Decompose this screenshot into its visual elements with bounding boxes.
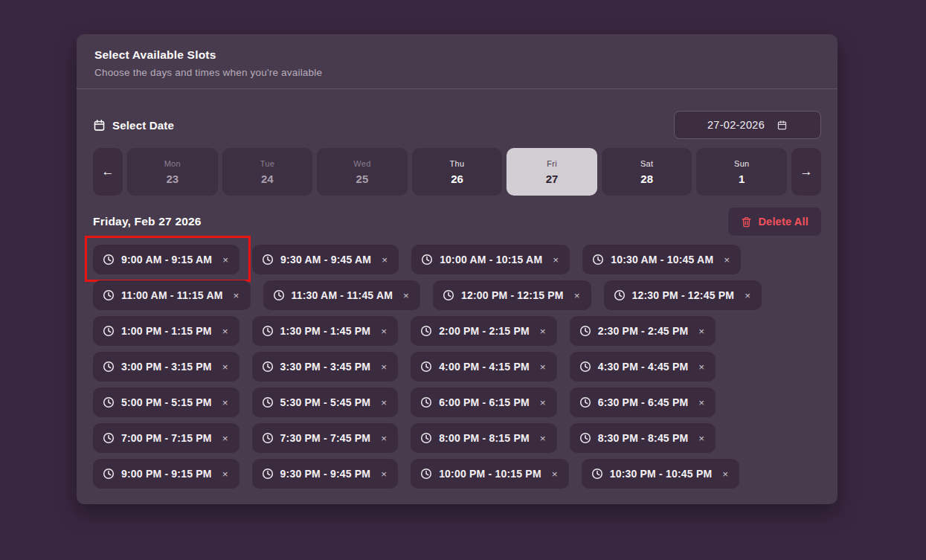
slot-remove-button[interactable]: × xyxy=(221,433,230,444)
panel-header: Select Available Slots Choose the days a… xyxy=(77,34,837,89)
time-slot-chip: 5:00 PM - 5:15 PM × xyxy=(93,387,239,417)
date-input-value: 27-02-2026 xyxy=(707,119,765,131)
delete-all-label: Delete All xyxy=(758,216,808,228)
day-name: Sat xyxy=(640,159,653,168)
day-card-fri[interactable]: Fri 27 xyxy=(507,148,597,196)
day-card-sat[interactable]: Sat 28 xyxy=(602,148,692,196)
slot-remove-button[interactable]: × xyxy=(379,397,388,408)
day-carousel: ← Mon 23 Tue 24 Wed 25 Thu 26 Fri 27 Sat… xyxy=(93,148,821,196)
selected-day-heading: Friday, Feb 27 2026 xyxy=(93,215,202,228)
clock-icon xyxy=(579,432,591,444)
slot-time-label: 10:00 PM - 10:15 PM xyxy=(439,468,541,480)
slot-remove-button[interactable]: × xyxy=(573,290,582,301)
slot-time-label: 6:00 PM - 6:15 PM xyxy=(439,396,530,408)
date-input[interactable]: 27-02-2026 xyxy=(674,111,821,139)
slot-time-label: 1:00 PM - 1:15 PM xyxy=(121,325,212,337)
slot-remove-button[interactable]: × xyxy=(221,326,230,337)
day-number: 25 xyxy=(356,173,369,185)
slot-remove-button[interactable]: × xyxy=(402,290,411,301)
day-number: 1 xyxy=(739,173,745,185)
day-card-mon: Mon 23 xyxy=(127,148,218,196)
slot-time-label: 10:30 PM - 10:45 PM xyxy=(610,468,713,480)
day-card-thu[interactable]: Thu 26 xyxy=(412,148,503,196)
time-slot-chip: 10:30 PM - 10:45 PM × xyxy=(582,459,740,489)
calendar-icon xyxy=(93,119,106,132)
time-slot-chip: 1:00 PM - 1:15 PM × xyxy=(93,316,239,346)
slot-remove-button[interactable]: × xyxy=(538,361,547,373)
clock-icon xyxy=(420,361,432,373)
slot-remove-button[interactable]: × xyxy=(697,433,706,444)
day-number: 27 xyxy=(546,173,559,185)
slot-time-label: 4:00 PM - 4:15 PM xyxy=(439,361,530,373)
time-slot-chip: 12:00 PM - 12:15 PM × xyxy=(433,280,591,310)
time-slot-chip: 4:00 PM - 4:15 PM × xyxy=(411,352,557,382)
day-name: Mon xyxy=(164,159,181,168)
slot-remove-button[interactable]: × xyxy=(551,254,560,265)
slot-remove-button[interactable]: × xyxy=(221,397,230,408)
panel-title: Select Available Slots xyxy=(94,48,820,62)
slot-remove-button[interactable]: × xyxy=(721,469,730,480)
delete-all-button[interactable]: Delete All xyxy=(728,207,821,236)
clock-icon xyxy=(262,396,274,408)
slot-remove-button[interactable]: × xyxy=(538,397,547,408)
clock-icon xyxy=(592,254,604,265)
slot-remove-button[interactable]: × xyxy=(379,361,388,373)
slot-remove-button[interactable]: × xyxy=(697,361,706,373)
day-card-wed: Wed 25 xyxy=(317,148,408,196)
time-slot-chip: 3:00 PM - 3:15 PM × xyxy=(93,352,239,382)
slot-remove-button[interactable]: × xyxy=(697,326,706,337)
time-slot-chip: 11:30 AM - 11:45 AM × xyxy=(263,280,421,310)
prev-day-button[interactable]: ← xyxy=(93,148,123,196)
slot-time-label: 3:30 PM - 3:45 PM xyxy=(280,361,371,373)
slot-remove-button[interactable]: × xyxy=(221,361,230,373)
slot-time-label: 4:30 PM - 4:45 PM xyxy=(598,361,689,373)
time-slot-chip: 7:00 PM - 7:15 PM × xyxy=(93,423,239,453)
time-slot-chip: 1:30 PM - 1:45 PM × xyxy=(252,316,399,346)
slot-remove-button[interactable]: × xyxy=(697,397,706,408)
slot-remove-button[interactable]: × xyxy=(538,326,547,337)
clock-icon xyxy=(420,468,432,480)
slot-time-label: 7:00 PM - 7:15 PM xyxy=(121,432,212,444)
slot-remove-button[interactable]: × xyxy=(379,326,388,337)
date-label-group: Select Date xyxy=(93,119,174,132)
slot-remove-button[interactable]: × xyxy=(379,433,388,444)
clock-icon xyxy=(262,361,274,373)
day-name: Thu xyxy=(450,159,465,168)
clock-icon xyxy=(103,361,115,373)
clock-icon xyxy=(103,468,115,480)
time-slot-chip: 9:00 PM - 9:15 PM × xyxy=(93,459,239,489)
day-card-sun[interactable]: Sun 1 xyxy=(696,148,787,196)
clock-icon xyxy=(103,325,115,337)
slot-time-label: 12:30 PM - 12:45 PM xyxy=(632,289,735,301)
clock-icon xyxy=(273,289,285,301)
slot-time-label: 9:30 PM - 9:45 PM xyxy=(280,468,371,480)
slot-time-label: 3:00 PM - 3:15 PM xyxy=(121,361,212,373)
next-day-button[interactable]: → xyxy=(791,148,821,196)
slot-remove-button[interactable]: × xyxy=(538,433,547,444)
time-slot-chip: 7:30 PM - 7:45 PM × xyxy=(252,423,399,453)
day-name: Tue xyxy=(260,159,274,168)
clock-icon xyxy=(420,325,432,337)
time-slot-chip: 8:00 PM - 8:15 PM × xyxy=(411,423,557,453)
slot-time-label: 10:30 AM - 10:45 AM xyxy=(611,254,713,265)
slot-time-label: 9:00 AM - 9:15 AM xyxy=(121,254,212,265)
slot-remove-button[interactable]: × xyxy=(221,469,230,480)
date-picker-icon[interactable] xyxy=(777,120,788,131)
slot-time-label: 5:00 PM - 5:15 PM xyxy=(121,396,212,408)
slot-remove-button[interactable]: × xyxy=(743,290,752,301)
slot-remove-button[interactable]: × xyxy=(380,254,389,265)
time-slot-chip: 6:00 PM - 6:15 PM × xyxy=(411,387,557,417)
time-slot-chip: 10:00 PM - 10:15 PM × xyxy=(411,459,569,489)
slot-remove-button[interactable]: × xyxy=(379,469,388,480)
arrow-left-icon: ← xyxy=(102,164,115,178)
slot-remove-button[interactable]: × xyxy=(232,290,241,301)
slot-time-label: 5:30 PM - 5:45 PM xyxy=(280,396,371,408)
slot-remove-button[interactable]: × xyxy=(550,469,559,480)
clock-icon xyxy=(579,396,591,408)
slot-time-label: 8:00 PM - 8:15 PM xyxy=(439,432,530,444)
time-slot-chip: 4:30 PM - 4:45 PM × xyxy=(570,352,716,382)
slot-remove-button[interactable]: × xyxy=(722,254,731,265)
slot-remove-button[interactable]: × xyxy=(221,254,230,265)
arrow-right-icon: → xyxy=(800,164,813,178)
slot-time-label: 9:30 AM - 9:45 AM xyxy=(280,254,371,265)
